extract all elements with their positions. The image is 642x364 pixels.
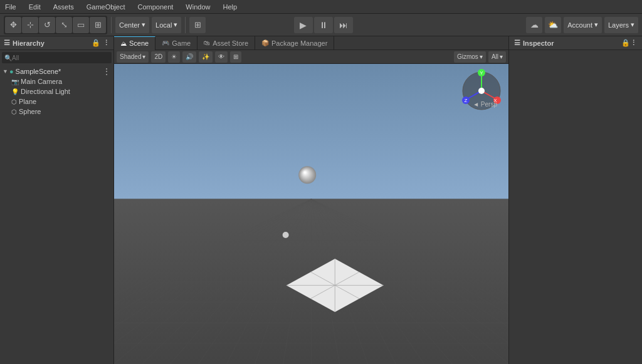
- hierarchy-panel: ☰ Hierarchy 🔒 ⋮ 🔍 ▼ ● SampleScene* ⋮ 📷 M…: [0, 36, 114, 364]
- svg-text:Z: Z: [465, 98, 468, 103]
- tab-asset-store[interactable]: 🛍 Asset Store: [197, 36, 255, 50]
- rotate-tool[interactable]: ↺: [39, 17, 55, 33]
- hierarchy-hamburger-icon: ☰: [4, 39, 10, 47]
- scene-icon: ●: [9, 68, 14, 75]
- pivot-dropdown[interactable]: Center ▾: [115, 17, 149, 33]
- camera-icon: 📷: [11, 78, 19, 85]
- account-chevron-icon: ▾: [594, 21, 598, 29]
- hierarchy-menu-icon[interactable]: ⋮: [103, 39, 110, 47]
- step-button[interactable]: ⏭: [334, 17, 353, 33]
- layers-dropdown[interactable]: Layers ▾: [604, 17, 638, 33]
- asset-store-tab-label: Asset Store: [213, 39, 248, 47]
- scene-canvas[interactable]: [114, 64, 508, 364]
- rect-tool[interactable]: ▭: [73, 17, 89, 33]
- game-tab-icon: 🎮: [162, 39, 169, 46]
- account-label: Account: [567, 21, 592, 29]
- transform-tool[interactable]: ⊞: [90, 17, 106, 33]
- scene-name: SampleScene*: [16, 68, 61, 75]
- inspector-panel: ☰ Inspector 🔒 ⋮: [508, 36, 642, 364]
- inspector-menu-icon[interactable]: ⋮: [630, 39, 637, 47]
- expand-arrow-icon: ▼: [3, 68, 8, 75]
- shading-label: Shaded: [120, 53, 141, 60]
- transform-label: Local: [155, 21, 172, 29]
- game-tab-label: Game: [172, 39, 191, 47]
- account-dropdown[interactable]: Account ▾: [564, 17, 602, 33]
- hierarchy-search: 🔍: [2, 52, 112, 63]
- shading-chevron-icon: ▾: [142, 53, 145, 60]
- inspector-lock-icon[interactable]: 🔒: [621, 39, 630, 47]
- grid-toggle[interactable]: ⊞: [189, 17, 206, 33]
- 2d-toggle[interactable]: 2D: [151, 51, 166, 63]
- gizmo-widget: X Y Z ◄ Persp: [460, 69, 503, 113]
- directional-light-label: Directional Light: [21, 88, 70, 95]
- menu-help[interactable]: Help: [220, 3, 239, 11]
- cloud-button[interactable]: ⛅: [545, 17, 561, 33]
- inspector-hamburger-icon: ☰: [514, 39, 520, 47]
- 2d-label: 2D: [154, 53, 162, 60]
- move-tool[interactable]: ⊹: [22, 17, 38, 33]
- svg-point-10: [478, 88, 485, 94]
- separator-2: [185, 17, 186, 33]
- plane-label: Plane: [19, 98, 36, 105]
- light-icon: 💡: [11, 88, 19, 95]
- menu-gameobject[interactable]: GameObject: [84, 3, 128, 11]
- chevron-down-icon-2: ▾: [174, 21, 177, 29]
- lighting-toggle[interactable]: ☀: [168, 51, 180, 63]
- tab-scene[interactable]: ⛰ Scene: [114, 36, 155, 50]
- hierarchy-item-plane[interactable]: ⬡ Plane: [0, 96, 113, 107]
- menu-assets[interactable]: Assets: [51, 3, 76, 11]
- inspector-header: ☰ Inspector 🔒 ⋮: [509, 36, 642, 50]
- hierarchy-tree: ▼ ● SampleScene* ⋮ 📷 Main Camera 💡 Direc…: [0, 65, 113, 364]
- inspector-title: Inspector: [523, 39, 554, 47]
- menu-window[interactable]: Window: [183, 3, 213, 11]
- svg-text:Y: Y: [480, 70, 483, 76]
- hierarchy-item-directional-light[interactable]: 💡 Directional Light: [0, 86, 113, 96]
- center-area: ⛰ Scene 🎮 Game 🛍 Asset Store 📦 Package M…: [114, 36, 508, 364]
- transform-tool-group: ✥ ⊹ ↺ ⤡ ▭ ⊞: [4, 16, 107, 34]
- chevron-down-icon: ▾: [142, 21, 145, 29]
- scene-viewport[interactable]: X Y Z ◄ Persp: [114, 64, 508, 364]
- scene-root-item[interactable]: ▼ ● SampleScene* ⋮: [0, 66, 113, 76]
- scene-menu-icon[interactable]: ⋮: [102, 66, 111, 76]
- play-controls: ▶ ⏸ ⏭: [294, 17, 353, 33]
- all-chevron-icon: ▾: [500, 53, 503, 60]
- shading-dropdown[interactable]: Shaded ▾: [117, 51, 149, 63]
- main-layout: ☰ Hierarchy 🔒 ⋮ 🔍 ▼ ● SampleScene* ⋮ 📷 M…: [0, 36, 642, 364]
- layers-label: Layers: [608, 21, 629, 29]
- scene-toolbar: Shaded ▾ 2D ☀ 🔊 ✨ 👁 ⊞ Gizmos ▾ All ▾: [114, 50, 508, 64]
- sphere-icon: ⬡: [11, 108, 17, 115]
- menu-edit[interactable]: Edit: [26, 3, 43, 11]
- sphere-label: Sphere: [19, 108, 41, 115]
- pivot-label: Center: [119, 21, 140, 29]
- tab-game[interactable]: 🎮 Game: [155, 36, 197, 50]
- fx-toggle[interactable]: ✨: [199, 51, 213, 63]
- gizmos-chevron-icon: ▾: [480, 53, 483, 60]
- search-all-dropdown[interactable]: All ▾: [488, 51, 506, 63]
- menu-file[interactable]: File: [3, 3, 19, 11]
- menu-component[interactable]: Component: [135, 3, 176, 11]
- hierarchy-header: ☰ Hierarchy 🔒 ⋮: [0, 36, 113, 50]
- pause-button[interactable]: ⏸: [314, 17, 333, 33]
- scene-tab-icon: ⛰: [120, 40, 127, 47]
- hierarchy-title: Hierarchy: [13, 39, 45, 47]
- hand-tool[interactable]: ✥: [5, 17, 21, 33]
- scene-tab-label: Scene: [129, 39, 149, 47]
- persp-label: ◄ Persp: [473, 101, 497, 108]
- hierarchy-lock-icon[interactable]: 🔒: [92, 39, 100, 47]
- search-icon: 🔍: [4, 55, 12, 61]
- hierarchy-search-input[interactable]: [12, 55, 109, 61]
- hierarchy-item-sphere[interactable]: ⬡ Sphere: [0, 107, 113, 117]
- gizmos-dropdown[interactable]: Gizmos ▾: [454, 51, 486, 63]
- transform-dropdown[interactable]: Local ▾: [152, 17, 181, 33]
- tab-package-manager[interactable]: 📦 Package Manager: [255, 36, 334, 50]
- audio-toggle[interactable]: 🔊: [182, 51, 196, 63]
- tabs-row: ⛰ Scene 🎮 Game 🛍 Asset Store 📦 Package M…: [114, 36, 508, 50]
- collab-button[interactable]: ☁: [526, 17, 542, 33]
- scale-tool[interactable]: ⤡: [56, 17, 72, 33]
- hidden-objects-toggle[interactable]: 👁: [215, 51, 228, 63]
- hierarchy-item-main-camera[interactable]: 📷 Main Camera: [0, 76, 113, 86]
- asset-store-tab-icon: 🛍: [204, 39, 210, 46]
- package-tab-icon: 📦: [261, 39, 269, 46]
- grid-toggle-scene[interactable]: ⊞: [230, 51, 241, 63]
- play-button[interactable]: ▶: [294, 17, 313, 33]
